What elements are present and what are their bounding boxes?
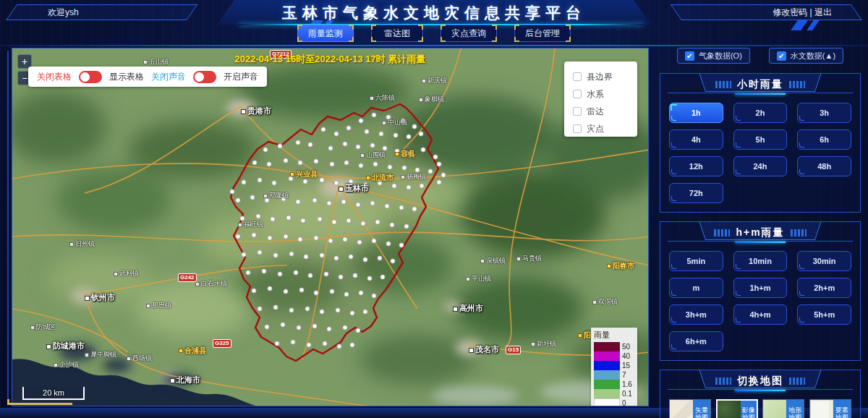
rain-station-dot[interactable] bbox=[385, 204, 389, 208]
rain-button-3h[interactable]: 3h bbox=[797, 103, 851, 123]
rain-station-dot[interactable] bbox=[332, 220, 336, 224]
rain-station-dot[interactable] bbox=[350, 311, 354, 315]
rain-station-dot[interactable] bbox=[356, 145, 360, 149]
rain-station-dot[interactable] bbox=[356, 328, 360, 333]
rain-station-dot[interactable] bbox=[298, 161, 302, 165]
layer-checkbox-水系[interactable]: 水系 bbox=[573, 85, 637, 103]
rain-button-12h[interactable]: 12h bbox=[669, 156, 723, 176]
rain-station-dot[interactable] bbox=[291, 340, 295, 344]
nav-button-灾点查询[interactable]: 灾点查询 bbox=[441, 25, 497, 42]
rain-station-dot[interactable] bbox=[353, 273, 357, 278]
rain-station-dot[interactable] bbox=[252, 289, 256, 293]
rain-station-dot[interactable] bbox=[323, 341, 327, 346]
map-type-要素地图[interactable]: 要素地图 bbox=[809, 399, 851, 418]
rain-station-dot[interactable] bbox=[343, 325, 347, 330]
logout-link[interactable]: 退出 bbox=[814, 7, 832, 17]
change-password-link[interactable]: 修改密码 bbox=[773, 7, 807, 17]
rain-button-10min[interactable]: 10min bbox=[733, 251, 788, 271]
rain-station-dot[interactable] bbox=[339, 275, 343, 279]
rain-station-dot[interactable] bbox=[412, 124, 417, 129]
rain-station-dot[interactable] bbox=[373, 162, 378, 166]
rain-station-dot[interactable] bbox=[357, 240, 362, 244]
rain-station-dot[interactable] bbox=[359, 119, 363, 123]
rain-station-dot[interactable] bbox=[268, 236, 272, 240]
rain-button-2h[interactable]: 2h bbox=[733, 103, 788, 123]
rain-station-dot[interactable] bbox=[388, 165, 392, 169]
rain-station-dot[interactable] bbox=[399, 243, 404, 247]
rain-station-dot[interactable] bbox=[327, 327, 331, 331]
rain-button-1h[interactable]: 1h bbox=[669, 103, 723, 123]
rain-station-dot[interactable] bbox=[289, 252, 294, 256]
rain-station-dot[interactable] bbox=[284, 289, 288, 294]
rain-station-dot[interactable] bbox=[330, 289, 334, 294]
rain-station-dot[interactable] bbox=[320, 310, 324, 314]
rain-station-dot[interactable] bbox=[372, 113, 376, 117]
rain-button-72h[interactable]: 72h bbox=[669, 183, 723, 203]
rain-station-dot[interactable] bbox=[346, 218, 351, 223]
rain-station-dot[interactable] bbox=[268, 286, 272, 291]
rain-station-dot[interactable] bbox=[349, 255, 353, 259]
map-type-影像地图[interactable]: 影像地图✔ bbox=[716, 399, 758, 418]
rain-station-dot[interactable] bbox=[273, 305, 278, 310]
rain-button-3h+m[interactable]: 3h+m bbox=[669, 304, 723, 325]
rain-station-dot[interactable] bbox=[262, 269, 266, 273]
layer-checkbox-雷达[interactable]: 雷达 bbox=[573, 103, 637, 120]
rain-station-dot[interactable] bbox=[236, 198, 240, 202]
rain-station-dot[interactable] bbox=[286, 216, 291, 220]
rain-station-dot[interactable] bbox=[367, 276, 372, 281]
rain-button-24h[interactable]: 24h bbox=[733, 156, 788, 176]
rain-station-dot[interactable] bbox=[320, 253, 324, 257]
rain-station-dot[interactable] bbox=[236, 234, 240, 239]
rain-station-dot[interactable] bbox=[399, 205, 404, 210]
rain-station-dot[interactable] bbox=[299, 288, 304, 292]
rain-station-dot[interactable] bbox=[321, 127, 326, 132]
rain-station-dot[interactable] bbox=[344, 161, 349, 165]
rain-station-dot[interactable] bbox=[304, 255, 308, 259]
rain-station-dot[interactable] bbox=[334, 132, 339, 136]
rain-button-4h+m[interactable]: 4h+m bbox=[733, 304, 788, 325]
rain-station-dot[interactable] bbox=[328, 146, 333, 150]
rain-station-dot[interactable] bbox=[356, 202, 360, 207]
data-checkbox-气象数据(O)[interactable]: ✔气象数据(O) bbox=[677, 48, 750, 64]
rain-station-dot[interactable] bbox=[258, 307, 262, 311]
rain-station-dot[interactable] bbox=[363, 257, 367, 262]
rain-button-48h[interactable]: 48h bbox=[797, 156, 851, 176]
rain-station-dot[interactable] bbox=[441, 173, 446, 177]
rain-station-dot[interactable] bbox=[378, 256, 382, 260]
rain-station-dot[interactable] bbox=[402, 166, 407, 170]
map-type-矢量地图[interactable]: 矢量地图 bbox=[669, 399, 711, 418]
layer-checkbox-灾点[interactable]: 灾点 bbox=[573, 120, 637, 137]
rain-station-dot[interactable] bbox=[379, 132, 383, 136]
rain-station-dot[interactable] bbox=[278, 144, 282, 148]
rain-station-dot[interactable] bbox=[433, 155, 438, 159]
rain-station-dot[interactable] bbox=[344, 292, 349, 297]
layer-checkbox-县边界[interactable]: 县边界 bbox=[573, 68, 637, 85]
rain-station-dot[interactable] bbox=[272, 181, 276, 185]
toggle-switch[interactable] bbox=[193, 71, 216, 83]
rain-station-dot[interactable] bbox=[428, 169, 433, 174]
rain-station-dot[interactable] bbox=[437, 180, 441, 184]
rain-station-dot[interactable] bbox=[343, 237, 347, 242]
rain-station-dot[interactable] bbox=[242, 252, 246, 257]
rain-station-dot[interactable] bbox=[298, 237, 302, 242]
rain-station-dot[interactable] bbox=[359, 291, 363, 295]
rain-station-dot[interactable] bbox=[250, 195, 255, 200]
rain-button-30min[interactable]: 30min bbox=[797, 251, 851, 271]
rain-station-dot[interactable] bbox=[252, 233, 256, 237]
rain-station-dot[interactable] bbox=[297, 325, 301, 330]
rain-station-dot[interactable] bbox=[271, 217, 275, 221]
rain-station-dot[interactable] bbox=[343, 142, 347, 146]
rain-station-dot[interactable] bbox=[412, 207, 417, 211]
rain-station-dot[interactable] bbox=[375, 220, 380, 224]
map-panel[interactable]: 2022-04-13 16时至2022-04-13 17时 累计雨量 + − 关… bbox=[12, 48, 649, 406]
nav-button-后台管理[interactable]: 后台管理 bbox=[514, 25, 571, 42]
rain-station-dot[interactable] bbox=[305, 307, 310, 311]
rain-station-dot[interactable] bbox=[380, 275, 385, 279]
rain-station-dot[interactable] bbox=[314, 159, 318, 163]
rain-station-dot[interactable] bbox=[437, 162, 441, 166]
rain-station-dot[interactable] bbox=[341, 200, 346, 204]
rain-button-2h+m[interactable]: 2h+m bbox=[797, 278, 851, 298]
rain-station-dot[interactable] bbox=[296, 200, 300, 204]
rain-station-dot[interactable] bbox=[312, 324, 317, 328]
rain-station-dot[interactable] bbox=[301, 218, 305, 223]
